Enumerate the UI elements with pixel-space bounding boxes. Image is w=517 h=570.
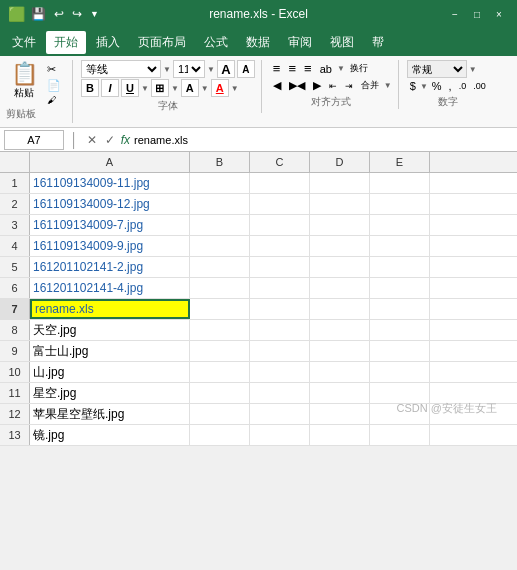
menu-data[interactable]: 数据 <box>238 31 278 54</box>
cell-d7[interactable] <box>310 299 370 319</box>
bold-button[interactable]: B <box>81 79 99 97</box>
cell-d11[interactable] <box>310 383 370 403</box>
cell-e9[interactable] <box>370 341 430 361</box>
col-header-d[interactable]: D <box>310 152 370 172</box>
confirm-formula-button[interactable]: ✓ <box>103 133 117 147</box>
cell-c5[interactable] <box>250 257 310 277</box>
cell-a13[interactable]: 镜.jpg <box>30 425 190 445</box>
cell-e6[interactable] <box>370 278 430 298</box>
cell-b4[interactable] <box>190 236 250 256</box>
cell-c2[interactable] <box>250 194 310 214</box>
menu-review[interactable]: 审阅 <box>280 31 320 54</box>
save-icon[interactable]: 💾 <box>29 6 48 22</box>
cell-b9[interactable] <box>190 341 250 361</box>
cell-e11[interactable] <box>370 383 430 403</box>
align-top-center-button[interactable]: ≡ <box>285 60 299 77</box>
decrease-indent-button[interactable]: ⇤ <box>326 80 340 92</box>
number-format-select[interactable]: 常规 <box>407 60 467 78</box>
formula-input[interactable] <box>134 130 513 150</box>
redo-icon[interactable]: ↪ <box>70 6 84 22</box>
cell-b11[interactable] <box>190 383 250 403</box>
cell-b13[interactable] <box>190 425 250 445</box>
font-color-button[interactable]: A <box>211 79 229 97</box>
increase-decimal-button[interactable]: .00 <box>470 80 489 92</box>
menu-home[interactable]: 开始 <box>46 31 86 54</box>
cell-b1[interactable] <box>190 173 250 193</box>
cell-e3[interactable] <box>370 215 430 235</box>
font-family-select[interactable]: 等线 <box>81 60 161 78</box>
cell-d5[interactable] <box>310 257 370 277</box>
cell-d3[interactable] <box>310 215 370 235</box>
menu-page-layout[interactable]: 页面布局 <box>130 31 194 54</box>
cell-e10[interactable] <box>370 362 430 382</box>
comma-button[interactable]: , <box>446 79 455 93</box>
cell-c3[interactable] <box>250 215 310 235</box>
cell-b5[interactable] <box>190 257 250 277</box>
cell-c4[interactable] <box>250 236 310 256</box>
menu-insert[interactable]: 插入 <box>88 31 128 54</box>
col-header-e[interactable]: E <box>370 152 430 172</box>
cell-c6[interactable] <box>250 278 310 298</box>
cell-b8[interactable] <box>190 320 250 340</box>
align-top-left-button[interactable]: ≡ <box>270 60 284 77</box>
merge-button[interactable]: 合并 <box>358 78 382 93</box>
align-left-button[interactable]: ◀ <box>270 78 284 93</box>
cell-e2[interactable] <box>370 194 430 214</box>
cell-reference-input[interactable] <box>4 130 64 150</box>
align-right-button[interactable]: ▶ <box>310 78 324 93</box>
cell-e5[interactable] <box>370 257 430 277</box>
insert-function-button[interactable]: fx <box>121 133 130 147</box>
fill-color-button[interactable]: A <box>181 79 199 97</box>
currency-button[interactable]: $ <box>407 79 419 93</box>
cell-a7[interactable]: rename.xls <box>30 299 190 319</box>
maximize-button[interactable]: □ <box>467 6 487 22</box>
increase-indent-button[interactable]: ⇥ <box>342 80 356 92</box>
wrap-text-button[interactable]: 换行 <box>347 61 371 76</box>
menu-formulas[interactable]: 公式 <box>196 31 236 54</box>
cell-c10[interactable] <box>250 362 310 382</box>
cell-a4[interactable]: 161109134009-9.jpg <box>30 236 190 256</box>
cell-a12[interactable]: 苹果星空壁纸.jpg <box>30 404 190 424</box>
cell-b12[interactable] <box>190 404 250 424</box>
paste-button[interactable]: 📋 粘贴 <box>6 60 42 102</box>
increase-font-button[interactable]: A <box>217 60 235 78</box>
minimize-button[interactable]: − <box>445 6 465 22</box>
cell-a8[interactable]: 天空.jpg <box>30 320 190 340</box>
menu-view[interactable]: 视图 <box>322 31 362 54</box>
cell-d12[interactable] <box>310 404 370 424</box>
decrease-decimal-button[interactable]: .0 <box>456 80 470 92</box>
cell-d1[interactable] <box>310 173 370 193</box>
copy-button[interactable]: 📄 <box>44 78 64 93</box>
cell-d9[interactable] <box>310 341 370 361</box>
cell-c9[interactable] <box>250 341 310 361</box>
cell-c12[interactable] <box>250 404 310 424</box>
cell-b7[interactable] <box>190 299 250 319</box>
cell-c8[interactable] <box>250 320 310 340</box>
border-button[interactable]: ⊞ <box>151 79 169 97</box>
cell-c7[interactable] <box>250 299 310 319</box>
italic-button[interactable]: I <box>101 79 119 97</box>
cell-a6[interactable]: 161201102141-4.jpg <box>30 278 190 298</box>
cell-a3[interactable]: 161109134009-7.jpg <box>30 215 190 235</box>
cell-b6[interactable] <box>190 278 250 298</box>
cell-c11[interactable] <box>250 383 310 403</box>
col-header-b[interactable]: B <box>190 152 250 172</box>
cell-d10[interactable] <box>310 362 370 382</box>
undo-icon[interactable]: ↩ <box>52 6 66 22</box>
cell-a11[interactable]: 星空.jpg <box>30 383 190 403</box>
cell-e7[interactable] <box>370 299 430 319</box>
col-header-a[interactable]: A <box>30 152 190 172</box>
col-header-c[interactable]: C <box>250 152 310 172</box>
cell-d8[interactable] <box>310 320 370 340</box>
cell-a2[interactable]: 161109134009-12.jpg <box>30 194 190 214</box>
percent-button[interactable]: % <box>429 79 445 93</box>
cell-c13[interactable] <box>250 425 310 445</box>
format-painter-button[interactable]: 🖌 <box>44 94 64 106</box>
cell-d2[interactable] <box>310 194 370 214</box>
menu-help[interactable]: 帮 <box>364 31 392 54</box>
align-center-button[interactable]: ▶◀ <box>286 78 308 93</box>
cell-a5[interactable]: 161201102141-2.jpg <box>30 257 190 277</box>
cell-e8[interactable] <box>370 320 430 340</box>
cell-d13[interactable] <box>310 425 370 445</box>
font-size-select[interactable]: 11 <box>173 60 205 78</box>
